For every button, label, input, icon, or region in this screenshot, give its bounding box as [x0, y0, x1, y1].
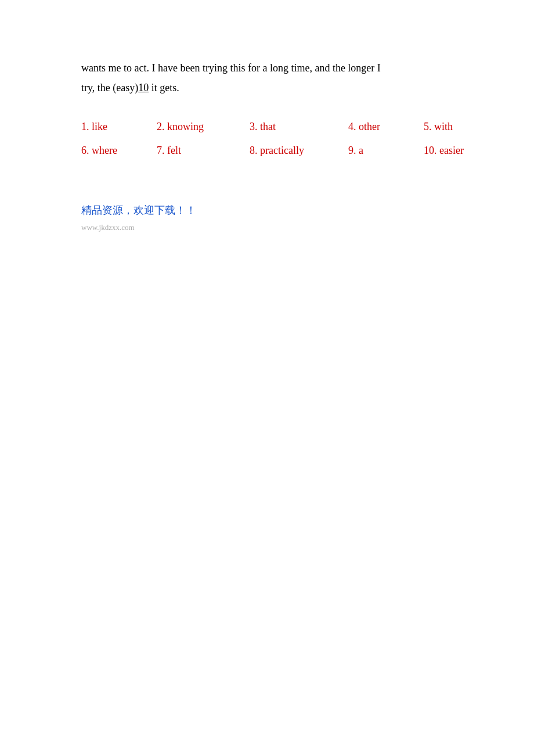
line2-prefix: try, the (easy)	[81, 82, 138, 93]
line2-number: 10	[138, 82, 149, 93]
answer-1: 1. like	[81, 121, 157, 133]
answers-grid: 1. like 2. knowing 3. that 4. other 5. w…	[81, 121, 453, 157]
answer-3: 3. that	[250, 121, 348, 133]
answer-10: 10. easier	[424, 145, 499, 157]
paragraph-line1: wants me to act. I have been trying this…	[81, 58, 453, 78]
answer-6: 6. where	[81, 145, 157, 157]
answer-4: 4. other	[348, 121, 424, 133]
footer: 精品资源，欢迎下载！！ www.jkdzxx.com	[81, 203, 453, 232]
answer-5: 5. with	[424, 121, 499, 133]
paragraph: wants me to act. I have been trying this…	[81, 58, 453, 98]
line2-suffix: it gets.	[149, 82, 179, 93]
footer-sub: www.jkdzxx.com	[81, 223, 453, 232]
answer-9: 9. a	[348, 145, 424, 157]
footer-link[interactable]: 精品资源，欢迎下载！！	[81, 203, 453, 217]
paragraph-line2: try, the (easy)10 it gets.	[81, 78, 453, 98]
answer-7: 7. felt	[157, 145, 250, 157]
answer-2: 2. knowing	[157, 121, 250, 133]
answer-8: 8. practically	[250, 145, 348, 157]
